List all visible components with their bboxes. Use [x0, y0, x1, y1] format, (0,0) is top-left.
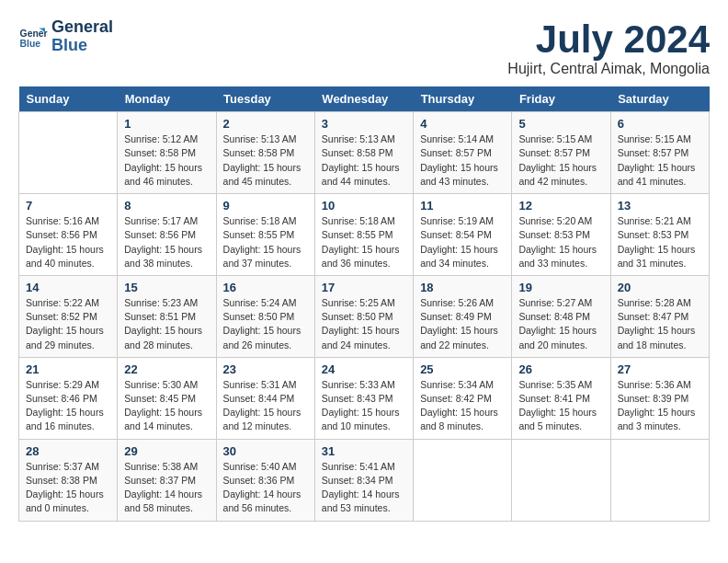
day-number: 20	[618, 281, 702, 294]
col-header-thursday: Thursday	[414, 86, 512, 112]
day-info: Sunrise: 5:20 AM Sunset: 8:53 PM Dayligh…	[518, 214, 603, 270]
calendar-cell: 24Sunrise: 5:33 AM Sunset: 8:43 PM Dayli…	[314, 357, 413, 439]
day-number: 3	[322, 117, 406, 131]
day-number: 1	[124, 117, 209, 131]
calendar-cell: 26Sunrise: 5:35 AM Sunset: 8:41 PM Dayli…	[512, 357, 610, 439]
location-title: Hujirt, Central Aimak, Mongolia	[507, 61, 710, 77]
day-number: 16	[223, 281, 308, 294]
day-info: Sunrise: 5:23 AM Sunset: 8:51 PM Dayligh…	[124, 296, 209, 352]
calendar-cell: 10Sunrise: 5:18 AM Sunset: 8:55 PM Dayli…	[314, 194, 413, 276]
day-number: 10	[322, 199, 406, 213]
calendar-cell: 29Sunrise: 5:38 AM Sunset: 8:37 PM Dayli…	[118, 439, 216, 521]
calendar-cell: 28Sunrise: 5:37 AM Sunset: 8:38 PM Dayli…	[19, 439, 118, 521]
day-number: 29	[124, 444, 209, 458]
col-header-wednesday: Wednesday	[314, 86, 413, 112]
calendar-cell: 8Sunrise: 5:17 AM Sunset: 8:56 PM Daylig…	[118, 194, 216, 276]
day-number: 31	[322, 444, 406, 458]
calendar-cell: 21Sunrise: 5:29 AM Sunset: 8:46 PM Dayli…	[19, 357, 118, 439]
calendar-cell: 1Sunrise: 5:12 AM Sunset: 8:58 PM Daylig…	[118, 112, 216, 194]
calendar-cell: 16Sunrise: 5:24 AM Sunset: 8:50 PM Dayli…	[216, 275, 314, 357]
day-info: Sunrise: 5:22 AM Sunset: 8:52 PM Dayligh…	[26, 296, 110, 352]
day-info: Sunrise: 5:27 AM Sunset: 8:48 PM Dayligh…	[518, 296, 603, 352]
month-title: July 2024	[507, 18, 710, 61]
col-header-saturday: Saturday	[610, 86, 709, 112]
day-number: 7	[26, 199, 110, 213]
svg-text:Blue: Blue	[20, 39, 41, 49]
day-number: 2	[223, 117, 308, 131]
calendar-cell: 2Sunrise: 5:13 AM Sunset: 8:58 PM Daylig…	[216, 112, 314, 194]
day-number: 6	[618, 117, 702, 131]
day-number: 30	[223, 444, 308, 458]
calendar-table: SundayMondayTuesdayWednesdayThursdayFrid…	[18, 86, 710, 521]
day-number: 27	[618, 362, 702, 376]
day-number: 25	[420, 362, 505, 376]
day-info: Sunrise: 5:21 AM Sunset: 8:53 PM Dayligh…	[618, 214, 702, 270]
calendar-week-row: 1Sunrise: 5:12 AM Sunset: 8:58 PM Daylig…	[19, 112, 710, 194]
day-info: Sunrise: 5:30 AM Sunset: 8:45 PM Dayligh…	[124, 378, 209, 434]
day-number: 26	[518, 362, 603, 376]
col-header-tuesday: Tuesday	[216, 86, 314, 112]
calendar-cell: 19Sunrise: 5:27 AM Sunset: 8:48 PM Dayli…	[512, 275, 610, 357]
calendar-cell: 20Sunrise: 5:28 AM Sunset: 8:47 PM Dayli…	[610, 275, 709, 357]
calendar-week-row: 21Sunrise: 5:29 AM Sunset: 8:46 PM Dayli…	[19, 357, 710, 439]
calendar-cell: 14Sunrise: 5:22 AM Sunset: 8:52 PM Dayli…	[19, 275, 118, 357]
day-info: Sunrise: 5:24 AM Sunset: 8:50 PM Dayligh…	[223, 296, 308, 352]
logo-icon: General Blue	[18, 22, 48, 52]
day-number: 23	[223, 362, 308, 376]
calendar-cell	[512, 439, 610, 521]
day-number: 13	[618, 199, 702, 213]
day-number: 21	[26, 362, 110, 376]
calendar-cell: 15Sunrise: 5:23 AM Sunset: 8:51 PM Dayli…	[118, 275, 216, 357]
day-info: Sunrise: 5:13 AM Sunset: 8:58 PM Dayligh…	[223, 132, 308, 189]
day-info: Sunrise: 5:18 AM Sunset: 8:55 PM Dayligh…	[322, 214, 406, 270]
calendar-cell: 7Sunrise: 5:16 AM Sunset: 8:56 PM Daylig…	[19, 194, 118, 276]
calendar-cell: 25Sunrise: 5:34 AM Sunset: 8:42 PM Dayli…	[414, 357, 512, 439]
calendar-cell: 12Sunrise: 5:20 AM Sunset: 8:53 PM Dayli…	[512, 194, 610, 276]
day-info: Sunrise: 5:31 AM Sunset: 8:44 PM Dayligh…	[223, 378, 308, 434]
day-number: 8	[124, 199, 209, 213]
day-info: Sunrise: 5:14 AM Sunset: 8:57 PM Dayligh…	[420, 132, 505, 189]
day-info: Sunrise: 5:12 AM Sunset: 8:58 PM Dayligh…	[124, 132, 209, 189]
calendar-cell: 27Sunrise: 5:36 AM Sunset: 8:39 PM Dayli…	[610, 357, 709, 439]
calendar-cell: 13Sunrise: 5:21 AM Sunset: 8:53 PM Dayli…	[610, 194, 709, 276]
day-number: 18	[420, 281, 505, 294]
day-info: Sunrise: 5:41 AM Sunset: 8:34 PM Dayligh…	[322, 460, 406, 516]
calendar-cell: 17Sunrise: 5:25 AM Sunset: 8:50 PM Dayli…	[314, 275, 413, 357]
day-info: Sunrise: 5:15 AM Sunset: 8:57 PM Dayligh…	[618, 132, 702, 189]
calendar-cell: 11Sunrise: 5:19 AM Sunset: 8:54 PM Dayli…	[414, 194, 512, 276]
day-info: Sunrise: 5:35 AM Sunset: 8:41 PM Dayligh…	[518, 378, 603, 434]
day-info: Sunrise: 5:16 AM Sunset: 8:56 PM Dayligh…	[26, 214, 110, 270]
day-number: 17	[322, 281, 406, 294]
day-info: Sunrise: 5:33 AM Sunset: 8:43 PM Dayligh…	[322, 378, 406, 434]
day-number: 4	[420, 117, 505, 131]
day-number: 14	[26, 281, 110, 294]
logo-text: General Blue	[51, 18, 113, 55]
calendar-cell: 30Sunrise: 5:40 AM Sunset: 8:36 PM Dayli…	[216, 439, 314, 521]
day-info: Sunrise: 5:34 AM Sunset: 8:42 PM Dayligh…	[420, 378, 505, 434]
day-info: Sunrise: 5:18 AM Sunset: 8:55 PM Dayligh…	[223, 214, 308, 270]
day-info: Sunrise: 5:13 AM Sunset: 8:58 PM Dayligh…	[322, 132, 406, 189]
day-info: Sunrise: 5:38 AM Sunset: 8:37 PM Dayligh…	[124, 460, 209, 516]
calendar-cell	[414, 439, 512, 521]
logo-line2: Blue	[51, 37, 113, 55]
calendar-cell: 4Sunrise: 5:14 AM Sunset: 8:57 PM Daylig…	[414, 112, 512, 194]
calendar-cell: 6Sunrise: 5:15 AM Sunset: 8:57 PM Daylig…	[610, 112, 709, 194]
day-info: Sunrise: 5:29 AM Sunset: 8:46 PM Dayligh…	[26, 378, 110, 434]
calendar-cell: 5Sunrise: 5:15 AM Sunset: 8:57 PM Daylig…	[512, 112, 610, 194]
col-header-friday: Friday	[512, 86, 610, 112]
col-header-sunday: Sunday	[19, 86, 118, 112]
day-info: Sunrise: 5:26 AM Sunset: 8:49 PM Dayligh…	[420, 296, 505, 352]
day-number: 24	[322, 362, 406, 376]
day-number: 5	[518, 117, 603, 131]
day-info: Sunrise: 5:28 AM Sunset: 8:47 PM Dayligh…	[618, 296, 702, 352]
calendar-week-row: 14Sunrise: 5:22 AM Sunset: 8:52 PM Dayli…	[19, 275, 710, 357]
day-info: Sunrise: 5:40 AM Sunset: 8:36 PM Dayligh…	[223, 460, 308, 516]
col-header-monday: Monday	[118, 86, 216, 112]
calendar-cell: 23Sunrise: 5:31 AM Sunset: 8:44 PM Dayli…	[216, 357, 314, 439]
page-header: General Blue General Blue July 2024 Huji…	[18, 18, 710, 77]
day-info: Sunrise: 5:19 AM Sunset: 8:54 PM Dayligh…	[420, 214, 505, 270]
day-number: 12	[518, 199, 603, 213]
logo: General Blue General Blue	[18, 18, 113, 55]
calendar-cell: 3Sunrise: 5:13 AM Sunset: 8:58 PM Daylig…	[314, 112, 413, 194]
day-info: Sunrise: 5:36 AM Sunset: 8:39 PM Dayligh…	[618, 378, 702, 434]
